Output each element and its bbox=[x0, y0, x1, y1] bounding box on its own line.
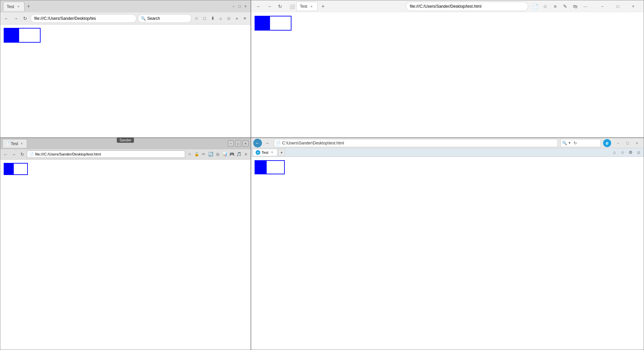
pocket-icon[interactable]: □ bbox=[201, 15, 208, 22]
ff2-bookmark-icon[interactable]: ☆ bbox=[186, 151, 193, 158]
more-icon[interactable]: » bbox=[233, 15, 240, 22]
new-tab-button[interactable]: + bbox=[24, 2, 33, 10]
ff2-icon2[interactable]: 🔒 bbox=[193, 151, 200, 158]
ie-titlebar: ← → 📄 C:\Users\Sander\Desktop\test.html … bbox=[251, 138, 644, 148]
firefox2-tab[interactable]: 📄 Test × bbox=[2, 139, 27, 148]
blue-square-ff2 bbox=[4, 164, 14, 174]
firefox2-maximize-button[interactable]: □ bbox=[235, 140, 241, 146]
firefox-bottom-window: 📄 Test × Sander − □ × ← → ↻ 📄 file:///C:… bbox=[0, 138, 251, 350]
favorites-icon[interactable]: ☆ bbox=[540, 2, 550, 11]
home-icon[interactable]: ⌂ bbox=[217, 15, 224, 22]
ie-close-button[interactable]: × bbox=[632, 140, 642, 146]
edge-address-bar[interactable]: file:///C:/Users/Sander/Desktop/test.htm… bbox=[406, 2, 528, 11]
ff2-icon4[interactable]: 🔄 bbox=[207, 151, 214, 158]
ie-maximize-button[interactable]: □ bbox=[623, 140, 632, 146]
edge-close-button[interactable]: × bbox=[626, 1, 641, 12]
settings-icon[interactable]: ≡ bbox=[550, 2, 560, 11]
ie-tab-label: Test bbox=[262, 150, 268, 155]
menu-icon[interactable]: ≡ bbox=[241, 15, 249, 22]
page-content-firefox-bottom bbox=[0, 160, 251, 350]
firefox2-tab-label: Test bbox=[11, 141, 18, 146]
forward-button[interactable]: → bbox=[12, 14, 20, 23]
edge-tab-close[interactable]: × bbox=[309, 4, 314, 9]
firefox2-back-button[interactable]: ← bbox=[2, 150, 9, 158]
ff2-icon7[interactable]: 🎮 bbox=[228, 151, 235, 158]
firefox2-toolbar-icons: ☆ 🔒 ✂ 🔄 ◎ 📊 🎮 🎵 ≡ bbox=[186, 151, 249, 158]
white-area-ie bbox=[267, 161, 284, 174]
ie-search-icon: 🔍 bbox=[562, 141, 567, 145]
firefox2-forward-button[interactable]: → bbox=[10, 150, 17, 158]
maximize-button[interactable]: □ bbox=[237, 4, 242, 9]
firefox2-tab-close[interactable]: × bbox=[19, 141, 24, 146]
ie-settings-icon2[interactable]: ⚙ bbox=[627, 149, 634, 156]
ie-home-icon[interactable]: ⌂ bbox=[611, 149, 618, 156]
search-icon: 🔍 bbox=[141, 16, 146, 21]
firefox2-close-button[interactable]: × bbox=[243, 140, 249, 146]
ff2-icon5[interactable]: ◎ bbox=[214, 151, 221, 158]
close-button[interactable]: × bbox=[243, 4, 248, 9]
ie-address-text: C:\Users\Sander\Desktop\test.html bbox=[282, 141, 556, 145]
ie-forward-button[interactable]: → bbox=[263, 139, 271, 147]
edit-icon[interactable]: ✎ bbox=[560, 2, 570, 11]
more-edge-icon[interactable]: ··· bbox=[581, 2, 590, 11]
firefox2-minimize-button[interactable]: − bbox=[228, 140, 234, 146]
toolbar-icons: ☆ □ ⬇ ⌂ ☺ » ≡ bbox=[193, 15, 249, 22]
edge-nav: ← → ↻ bbox=[254, 2, 285, 11]
reading-view-icon[interactable]: 📄 bbox=[530, 2, 540, 11]
edge-minimize-button[interactable]: − bbox=[595, 1, 610, 12]
white-area-ff2 bbox=[14, 164, 27, 174]
reload-button[interactable]: ↻ bbox=[21, 14, 29, 23]
ie-top-toolbar-icons: ⌂ ☆ ⚙ ☺ bbox=[611, 149, 642, 156]
ie-fav-icon[interactable]: ☆ bbox=[619, 149, 626, 156]
firefox2-address-bar[interactable]: 📄 file:///C:/Users/Sander/Desktop/test.h… bbox=[27, 150, 185, 158]
ff2-icon6[interactable]: 📊 bbox=[221, 151, 228, 158]
ff2-icon8[interactable]: 🎵 bbox=[235, 151, 242, 158]
ie-search-dropdown-icon[interactable]: ▼ bbox=[568, 141, 571, 145]
edge-tab[interactable]: Test × bbox=[296, 2, 318, 11]
back-button[interactable]: ← bbox=[2, 14, 10, 23]
firefox2-reload-button[interactable]: ↻ bbox=[18, 150, 26, 158]
emoji-icon[interactable]: ☺ bbox=[225, 15, 232, 22]
blue-square-edge bbox=[255, 16, 270, 30]
tab-close-button[interactable]: × bbox=[16, 4, 21, 9]
edge-toolbar-icons: 📄 ☆ ≡ ✎ 🛍 ··· bbox=[530, 2, 590, 11]
address-bar[interactable]: file:///C:/Users/Sander/Desktop/tes bbox=[31, 14, 137, 23]
minimize-button[interactable]: − bbox=[231, 4, 236, 9]
ff2-menu-icon[interactable]: ≡ bbox=[243, 151, 249, 158]
ie-minimize-button[interactable]: − bbox=[613, 140, 623, 146]
ie-new-tab-button[interactable]: + bbox=[278, 149, 285, 156]
ie-refresh-button[interactable]: ↻ bbox=[572, 140, 579, 146]
firefox-top-window: Test × + − □ × ← → ↻ file:///C:/Users/Sa… bbox=[0, 0, 251, 138]
firefox2-address-text: file:///C:/Users/Sander/Desktop/test.htm… bbox=[35, 152, 101, 156]
edge-new-tab[interactable]: + bbox=[319, 2, 327, 10]
edge-tab-label: Test bbox=[300, 4, 307, 9]
ie-tab-close-button[interactable]: × bbox=[270, 150, 274, 155]
store-icon[interactable]: 🛍 bbox=[571, 2, 580, 11]
firefox2-titlebar: 📄 Test × Sander − □ × bbox=[0, 138, 251, 149]
search-text: Search bbox=[147, 16, 160, 21]
window-controls: − □ × bbox=[231, 4, 248, 9]
ff2-icon3[interactable]: ✂ bbox=[200, 151, 207, 158]
ie-address-group[interactable]: 📄 C:\Users\Sander\Desktop\test.html bbox=[274, 139, 558, 147]
edge-top-window: ← → ↻ ⬜ Test × + file:///C:/Users/Sander… bbox=[251, 0, 644, 138]
edge-maximize-button[interactable]: □ bbox=[610, 1, 626, 12]
download-icon[interactable]: ⬇ bbox=[209, 15, 216, 22]
search-bar[interactable]: 🔍 Search bbox=[138, 14, 192, 23]
edge-back-button[interactable]: ← bbox=[254, 2, 263, 11]
white-area-edge bbox=[270, 16, 291, 30]
edge-forward-button[interactable]: → bbox=[265, 2, 274, 11]
test-element-edge bbox=[255, 16, 291, 31]
ie-emoji-icon[interactable]: ☺ bbox=[635, 149, 642, 156]
bookmark-icon[interactable]: ☆ bbox=[193, 15, 200, 22]
edge-reload-button[interactable]: ↻ bbox=[275, 2, 285, 11]
page-icon: 📄 bbox=[5, 142, 9, 145]
page-content-ie bbox=[251, 157, 644, 350]
ie-back-button[interactable]: ← bbox=[253, 139, 262, 147]
ie-page-icon: 📄 bbox=[276, 141, 281, 145]
ie-search-group[interactable]: 🔍 ▼ ↻ bbox=[560, 139, 601, 147]
ie-tab[interactable]: e Test × bbox=[253, 149, 277, 156]
firefox-tab[interactable]: Test × bbox=[3, 2, 24, 11]
firefox2-toolbar: ← → ↻ 📄 file:///C:/Users/Sander/Desktop/… bbox=[0, 149, 251, 160]
window-icon: ⬜ bbox=[289, 4, 295, 9]
tab-bar: Test × + bbox=[3, 2, 229, 11]
